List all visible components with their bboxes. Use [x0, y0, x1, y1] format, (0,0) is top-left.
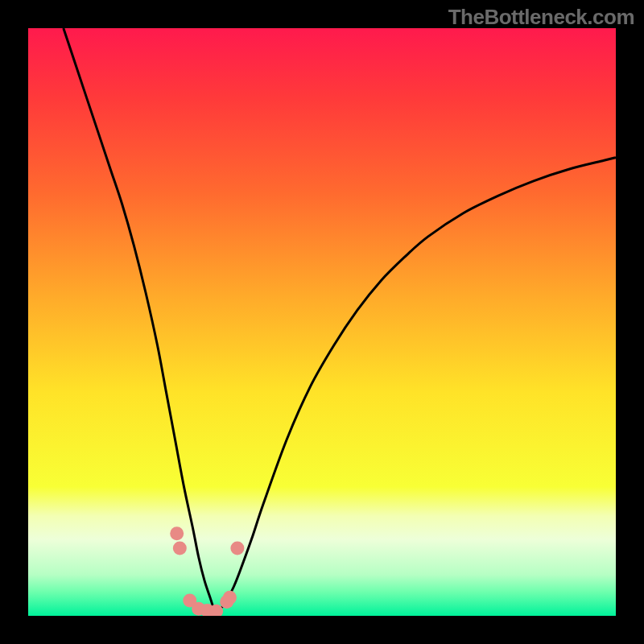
highlight-marker: [170, 526, 184, 540]
highlight-marker: [223, 591, 237, 605]
chart-plot: [28, 28, 616, 616]
gradient-background: [28, 28, 616, 616]
highlight-marker: [230, 542, 244, 555]
highlight-marker: [173, 542, 187, 555]
chart-frame: TheBottleneck.com: [0, 0, 644, 644]
watermark-text: TheBottleneck.com: [448, 5, 634, 30]
